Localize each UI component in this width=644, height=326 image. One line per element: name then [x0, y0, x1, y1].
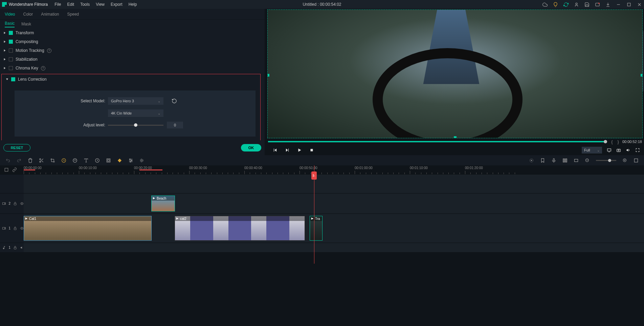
prop-motion-tracking[interactable]: Motion Tracking ?: [0, 46, 262, 55]
expand-icon[interactable]: [3, 49, 6, 52]
redo-icon[interactable]: [17, 158, 22, 163]
mark-in-icon[interactable]: {: [610, 139, 614, 144]
fullscreen-icon[interactable]: [635, 148, 640, 152]
adjust-icon[interactable]: [128, 158, 133, 163]
stop-icon[interactable]: [309, 148, 314, 152]
speaker-icon[interactable]: [20, 246, 24, 250]
adjust-level-input[interactable]: [167, 122, 183, 128]
expand-icon[interactable]: [3, 40, 6, 43]
link-icon[interactable]: [12, 167, 17, 172]
progress-track[interactable]: [268, 141, 606, 142]
lock-icon[interactable]: [13, 246, 17, 250]
save-icon[interactable]: [584, 2, 590, 7]
cloud-icon[interactable]: [542, 2, 548, 7]
help-icon[interactable]: ?: [47, 48, 51, 53]
expand-icon[interactable]: [3, 67, 6, 69]
snapshot-icon[interactable]: [616, 148, 621, 152]
keyframe-icon[interactable]: [117, 158, 122, 163]
prop-compositing[interactable]: Compositing: [0, 37, 262, 46]
track-content-spacer[interactable]: [24, 175, 644, 193]
ok-button[interactable]: OK: [241, 144, 261, 151]
prev-frame-icon[interactable]: [273, 148, 277, 152]
menu-file[interactable]: File: [54, 2, 61, 7]
volume-icon[interactable]: [626, 148, 630, 152]
chroma-key-checkbox[interactable]: [9, 66, 13, 70]
menu-edit[interactable]: Edit: [67, 2, 74, 7]
track-content-a1[interactable]: [24, 243, 644, 252]
zoom-in-icon[interactable]: [622, 158, 627, 163]
menu-tools[interactable]: Tools: [80, 2, 90, 7]
text-icon[interactable]: [84, 158, 89, 163]
expand-icon[interactable]: [3, 32, 6, 34]
eye-icon[interactable]: [20, 202, 24, 206]
motion-tracking-checkbox[interactable]: [9, 48, 13, 53]
zoom-fit-icon[interactable]: [634, 158, 639, 163]
transform-checkbox[interactable]: [9, 31, 13, 35]
subtab-mask[interactable]: Mask: [21, 22, 31, 26]
speed-icon[interactable]: [61, 158, 66, 163]
user-icon[interactable]: [574, 2, 579, 7]
subtab-basic[interactable]: Basic: [5, 21, 15, 27]
marker-icon[interactable]: [540, 158, 545, 163]
audio-icon[interactable]: [139, 158, 145, 163]
resize-handle-bottom[interactable]: [454, 136, 457, 138]
crop-icon[interactable]: [50, 158, 55, 163]
resize-handle-right[interactable]: [641, 74, 643, 77]
track-content-v1[interactable]: Cat1 cat2 Tra: [24, 214, 644, 243]
model-select[interactable]: GoPro Hero 3 ⌄: [108, 97, 163, 105]
media-icon[interactable]: [4, 167, 9, 172]
stabilization-checkbox[interactable]: [9, 57, 13, 61]
snapshot2-icon[interactable]: [574, 158, 579, 163]
color-icon[interactable]: [72, 158, 77, 163]
mixer-icon[interactable]: [562, 158, 568, 163]
reset-model-icon[interactable]: [172, 98, 177, 104]
track-content-v2[interactable]: Beach: [24, 193, 644, 213]
tab-animation[interactable]: Animation: [41, 12, 59, 17]
prop-chroma-key[interactable]: Chroma Key ?: [0, 64, 262, 73]
slider-thumb[interactable]: [134, 123, 137, 127]
playhead-handle[interactable]: [311, 171, 317, 180]
display-icon[interactable]: [607, 148, 612, 152]
green-screen-icon[interactable]: [106, 158, 111, 163]
lens-correction-checkbox[interactable]: [11, 77, 15, 81]
lightbulb-icon[interactable]: [553, 2, 558, 7]
clip-beach[interactable]: Beach: [151, 196, 175, 211]
minimize-icon[interactable]: [616, 2, 621, 7]
zoom-slider[interactable]: [596, 160, 616, 161]
adjust-level-slider[interactable]: [108, 125, 163, 126]
tab-speed[interactable]: Speed: [67, 12, 79, 17]
record-icon[interactable]: [551, 158, 556, 163]
notification-icon[interactable]: [595, 2, 600, 7]
prop-lens-correction[interactable]: Lens Correction: [2, 75, 260, 84]
playhead[interactable]: [314, 165, 314, 264]
split-icon[interactable]: [39, 158, 44, 163]
render-icon[interactable]: [529, 158, 534, 163]
download-icon[interactable]: [605, 2, 610, 7]
tab-color[interactable]: Color: [23, 12, 33, 17]
menu-view[interactable]: View: [96, 2, 105, 7]
help-icon[interactable]: ?: [41, 66, 45, 70]
delete-icon[interactable]: [28, 158, 33, 163]
menu-help[interactable]: Help: [129, 2, 137, 7]
prop-transform[interactable]: Transform: [0, 28, 262, 37]
undo-icon[interactable]: [5, 158, 10, 163]
compositing-checkbox[interactable]: [9, 40, 13, 44]
tab-video[interactable]: Video: [5, 12, 15, 17]
eye-icon[interactable]: [20, 226, 24, 230]
lock-icon[interactable]: [13, 202, 17, 206]
refresh-icon[interactable]: [563, 2, 569, 7]
collapse-icon[interactable]: [6, 78, 8, 81]
menu-export[interactable]: Export: [111, 2, 123, 7]
speed-ramp-icon[interactable]: [95, 158, 100, 163]
reset-button[interactable]: RESET: [3, 144, 30, 151]
clip-cat1[interactable]: Cat1: [24, 216, 152, 241]
zoom-out-icon[interactable]: [585, 158, 590, 163]
play-icon[interactable]: [297, 148, 302, 152]
timeline-ruler[interactable]: 00:00:00:0000:00:10:0000:00:20:0000:00:3…: [24, 165, 644, 174]
preset-select[interactable]: 4K Cin Wide ⌄: [108, 109, 163, 117]
preview-canvas[interactable]: [267, 9, 643, 138]
prop-stabilization[interactable]: Stabilization: [0, 55, 262, 64]
resize-handle-left[interactable]: [267, 74, 269, 77]
clip-trail[interactable]: Tra: [310, 216, 323, 241]
clip-cat2[interactable]: cat2: [175, 216, 305, 241]
